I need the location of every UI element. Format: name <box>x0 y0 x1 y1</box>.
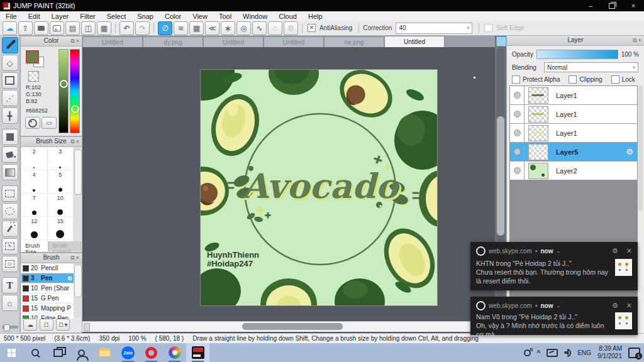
start-button[interactable] <box>0 343 23 362</box>
menu-select[interactable]: Select <box>101 13 132 20</box>
redo-button[interactable]: ↷ <box>135 21 150 35</box>
tool-control-point[interactable]: ⋰ <box>2 90 18 106</box>
snap-settings-button[interactable]: ⚙ <box>284 21 298 35</box>
layer-row-3[interactable]: Layer1 <box>510 124 637 143</box>
tool-brush[interactable] <box>2 37 18 53</box>
hue-slider[interactable] <box>70 49 80 133</box>
chevron-down-icon[interactable]: ⌄ <box>556 303 560 309</box>
upload-button[interactable]: ⇪ <box>18 21 33 35</box>
tool-select-rect[interactable] <box>2 185 18 202</box>
tray-people-icon[interactable] <box>524 349 531 356</box>
tool-bucket[interactable] <box>2 146 18 163</box>
tab-untitled-2[interactable]: Untitled <box>203 36 264 47</box>
cloud-button[interactable]: ☁ <box>3 21 17 35</box>
opera-app-button[interactable] <box>140 343 163 362</box>
zalo-app-button[interactable]: Zalo <box>116 343 140 362</box>
brush-row-pen-sharp[interactable]: 10 Pen (Shar <box>21 283 74 293</box>
protect-alpha-checkbox[interactable] <box>512 75 520 84</box>
tool-text[interactable]: T <box>2 277 18 293</box>
skype-notification-1[interactable]: web.skype.com • now ⌄ ⚙ ✕ KHTN trong "Pé… <box>470 242 638 290</box>
canvas-viewport[interactable]: Avocado Avocado HuynhThienn #Hoidap247 <box>82 47 495 321</box>
taskbar-search-button[interactable] <box>23 343 47 362</box>
notification-settings-icon[interactable]: ⚙ <box>612 302 618 310</box>
layer-visibility-icon[interactable] <box>514 111 521 118</box>
tab-brush-control[interactable]: Brush Control <box>48 241 81 251</box>
brush-list-scrollbar[interactable] <box>74 263 81 317</box>
jump-paint-app-button[interactable] <box>186 343 209 362</box>
menu-tool[interactable]: Tool <box>213 13 237 20</box>
vertical-scroll-thumb[interactable] <box>497 116 504 236</box>
snap-vanishing-point-button[interactable]: ≪ <box>205 21 219 35</box>
layer-visibility-icon[interactable] <box>514 167 521 174</box>
comment-button[interactable] <box>34 21 48 35</box>
snap-concentric-button[interactable]: ◎ <box>236 21 251 35</box>
correction-select[interactable]: 40 ▾ <box>396 23 472 34</box>
close-icon[interactable]: × <box>76 255 80 261</box>
minimize-button[interactable]: – <box>580 0 601 11</box>
layer-visibility-icon[interactable] <box>514 129 521 136</box>
transparent-color-swatch[interactable] <box>28 71 39 82</box>
opacity-slider[interactable] <box>536 50 618 59</box>
layer-row-selected[interactable]: Layer5 ⚙ <box>510 143 637 162</box>
tool-shape-brush[interactable] <box>2 129 18 145</box>
layer-row-1[interactable]: Layer1 <box>510 86 637 105</box>
medibang-app-button[interactable] <box>163 343 186 362</box>
layer-visibility-icon[interactable] <box>514 92 521 99</box>
menu-layer[interactable]: Layer <box>46 13 75 20</box>
brush-size-option[interactable]: 7 <box>21 194 48 217</box>
tab-brush-size[interactable]: Brush Size <box>21 241 48 251</box>
brush-row-gpen[interactable]: 15 G Pen <box>21 293 74 304</box>
tab-ne-png[interactable]: ne.png <box>324 36 384 47</box>
menu-view[interactable]: View <box>187 13 213 20</box>
tab-untitled-3[interactable]: Untitled <box>264 36 324 47</box>
tool-operation[interactable]: ⌂ <box>2 295 18 311</box>
horizontal-scroll-thumb[interactable] <box>242 323 343 330</box>
snap-ellipse-button[interactable]: ◌ <box>268 21 282 35</box>
menu-filter[interactable]: Filter <box>74 13 101 20</box>
layer-row-5[interactable]: Layer2 <box>510 162 637 180</box>
tool-gradient[interactable] <box>2 164 18 180</box>
soft-edge-checkbox[interactable] <box>484 24 492 32</box>
scrollbar-up-cap[interactable] <box>496 36 506 47</box>
menu-color[interactable]: Color <box>159 13 187 20</box>
layer-row-2[interactable]: Layer1 <box>510 105 637 124</box>
tool-magic-wand[interactable] <box>2 221 18 237</box>
close-button[interactable]: × <box>623 0 644 11</box>
snap-radial-button[interactable]: ∗ <box>221 21 235 35</box>
tab-untitled-1[interactable]: Untitled <box>82 36 143 47</box>
blending-select[interactable]: Normal ▾ <box>544 62 638 72</box>
brush-menu-button[interactable]: 🗋▾ <box>56 319 70 331</box>
palette-button[interactable] <box>25 117 40 129</box>
brush-size-option[interactable]: 12 <box>21 217 48 240</box>
lock-checkbox[interactable] <box>611 75 619 84</box>
comment-list-button[interactable] <box>50 21 64 35</box>
snap-parallel-button[interactable]: ≋ <box>174 21 188 35</box>
tool-select-pen[interactable]: ✎ <box>2 238 18 255</box>
chevron-down-icon[interactable]: ⌄ <box>556 248 560 254</box>
snap-off-button[interactable]: ∅ <box>158 21 172 35</box>
menu-snap[interactable]: Snap <box>131 13 159 20</box>
brush-size-option[interactable]: 3 <box>48 147 74 170</box>
brush-row-pencil[interactable]: 20 Pencil <box>21 263 74 273</box>
brush-row-pen[interactable]: 3 Pen ⚙ <box>21 273 74 283</box>
skype-notification-2[interactable]: web.skype.com • now ⌄ ⚙ ✕ Nam Vũ trong "… <box>470 297 638 335</box>
close-icon[interactable]: × <box>638 37 643 43</box>
notification-close-icon[interactable]: ✕ <box>626 247 632 255</box>
menu-window[interactable]: Window <box>237 13 273 20</box>
tool-move[interactable]: ╋ <box>2 107 18 124</box>
document-button[interactable]: ▤ <box>65 21 80 35</box>
hue-marker[interactable] <box>71 105 79 113</box>
notification-close-icon[interactable]: ✕ <box>626 302 632 310</box>
tray-volume-icon[interactable] <box>564 349 571 357</box>
material-edit-button[interactable]: ▦ <box>97 21 111 35</box>
menu-cloud[interactable]: Cloud <box>273 13 303 20</box>
close-icon[interactable]: × <box>76 38 80 44</box>
popout-icon[interactable]: ⧉ <box>633 37 638 43</box>
tray-language[interactable]: ENG <box>577 349 591 356</box>
notification-settings-icon[interactable]: ⚙ <box>612 247 618 255</box>
task-view-button[interactable] <box>47 343 70 362</box>
popout-icon[interactable]: ⧉ <box>70 255 75 261</box>
tray-pen-tablet-icon[interactable] <box>547 349 558 357</box>
menu-edit[interactable]: Edit <box>23 13 46 20</box>
brush-size-option[interactable]: 5 <box>48 170 74 194</box>
